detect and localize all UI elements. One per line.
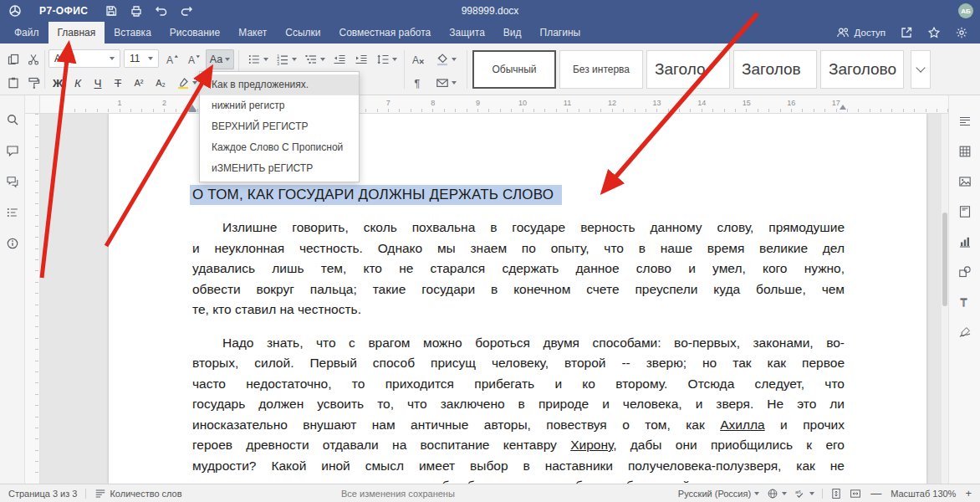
signature-settings-button[interactable]: [954, 321, 976, 343]
tab-insert[interactable]: Вставка: [105, 22, 161, 44]
vertical-scrollbar[interactable]: [942, 114, 948, 484]
clear-style-icon: А: [411, 53, 425, 66]
mail-merge-button[interactable]: [431, 73, 460, 93]
text-run: Излишне говорить, сколь похвальна в госу…: [222, 220, 845, 234]
case-item-capitalize[interactable]: Каждое Слово С Прописной: [200, 137, 359, 158]
tab-file[interactable]: Файл: [5, 22, 48, 44]
line-spacing-icon: [376, 53, 390, 66]
tab-links[interactable]: Ссылки: [276, 22, 329, 44]
change-case-button[interactable]: Аа: [206, 49, 234, 69]
cut-button[interactable]: [25, 49, 42, 69]
underline-button[interactable]: Ч: [89, 73, 107, 93]
tab-home[interactable]: Главная: [48, 22, 105, 44]
style-heading-3[interactable]: Заголово: [820, 50, 904, 89]
copy-button[interactable]: [5, 49, 22, 69]
case-item-upper[interactable]: ВЕРХНИЙ РЕГИСТР: [200, 116, 359, 137]
word-count-button[interactable]: Количество слов: [94, 488, 181, 499]
tab-collaboration[interactable]: Совместная работа: [329, 22, 440, 44]
access-users-icon: [836, 26, 850, 39]
language-selector[interactable]: Русский (Россия): [678, 489, 759, 499]
case-item-sentence[interactable]: Как в предложениях.: [200, 74, 359, 95]
style-heading-2[interactable]: Заголов: [733, 50, 817, 89]
zoom-out-button[interactable]: —: [869, 487, 883, 499]
about-button[interactable]: [2, 233, 23, 254]
left-indent-box-marker[interactable]: [189, 110, 197, 112]
tab-plugins[interactable]: Плагины: [531, 22, 590, 44]
vertical-ruler[interactable]: [25, 114, 40, 484]
word-count-label: Количество слов: [110, 489, 181, 499]
font-name-combo[interactable]: Arial: [48, 49, 120, 68]
superscript-button[interactable]: А²: [129, 73, 149, 93]
increase-indent-button[interactable]: [351, 49, 371, 69]
case-item-lower[interactable]: нижний регистр: [200, 95, 359, 116]
horizontal-ruler[interactable]: 1234567891011121314151617: [40, 95, 948, 114]
page-indicator[interactable]: Страница 3 из 3: [8, 489, 77, 499]
multilevel-list-button[interactable]: [301, 49, 328, 69]
italic-button[interactable]: К: [69, 73, 87, 93]
bullets-icon: [248, 53, 261, 66]
shape-settings-button[interactable]: [954, 261, 976, 283]
feedback-button[interactable]: [2, 171, 23, 192]
undo-icon[interactable]: [155, 4, 168, 18]
search-button[interactable]: [2, 109, 23, 131]
highlight-color-button[interactable]: [172, 73, 201, 93]
document-canvas[interactable]: О ТОМ, КАК ГОСУДАРИ ДОЛЖНЫ ДЕРЖАТЬ СЛОВО…: [40, 114, 942, 484]
decrease-indent-button[interactable]: [329, 49, 350, 69]
nonprinting-chars-button[interactable]: ¶: [408, 73, 428, 93]
style-no-spacing[interactable]: Без интерва: [559, 50, 643, 89]
text-run: государь должен усвоить то, что заключен…: [192, 397, 845, 411]
table-settings-button[interactable]: [954, 141, 976, 162]
textart-settings-button[interactable]: Т: [954, 291, 976, 313]
avatar[interactable]: АБ: [958, 3, 973, 18]
document-heading[interactable]: О ТОМ, КАК ГОСУДАРИ ДОЛЖНЫ ДЕРЖАТЬ СЛОВО: [190, 185, 562, 205]
doc-line: иносказательно внушают нам античные авто…: [192, 415, 845, 436]
bullets-button[interactable]: [244, 49, 271, 69]
navigation-button[interactable]: [2, 202, 23, 223]
increase-font-button[interactable]: А: [162, 49, 182, 69]
strikethrough-button[interactable]: Т: [109, 73, 127, 93]
left-indent-marker[interactable]: [189, 105, 196, 110]
ruler-number: 1: [117, 99, 121, 107]
bold-button[interactable]: Ж: [48, 73, 67, 93]
fit-width-icon[interactable]: [850, 488, 861, 499]
hyperlink[interactable]: Ахилла: [720, 417, 764, 432]
subscript-button[interactable]: А₂: [151, 73, 171, 93]
favorites-star-icon[interactable]: [927, 26, 941, 39]
comments-button[interactable]: [2, 140, 23, 161]
increase-indent-icon: [355, 53, 368, 66]
redo-icon[interactable]: [180, 4, 193, 18]
style-gallery-expand-button[interactable]: [911, 50, 931, 89]
shading-button[interactable]: [431, 49, 460, 69]
font-size-combo[interactable]: 11: [124, 49, 159, 68]
tab-protection[interactable]: Защита: [440, 22, 494, 44]
case-item-toggle[interactable]: иЗМЕНИТЬ рЕГИСТР: [200, 158, 359, 179]
format-painter-button[interactable]: [25, 73, 42, 93]
ruler-number: 17: [832, 99, 840, 107]
paragraph-settings-button[interactable]: [954, 110, 976, 132]
line-spacing-button[interactable]: [373, 49, 400, 69]
right-indent-marker[interactable]: [840, 105, 846, 110]
tab-draw[interactable]: Рисование: [161, 22, 229, 44]
set-document-language-button[interactable]: [767, 488, 787, 499]
tab-view[interactable]: Вид: [494, 22, 531, 44]
header-footer-settings-button[interactable]: [954, 201, 976, 223]
zoom-in-button[interactable]: +: [963, 487, 973, 499]
settings-gear-icon[interactable]: [955, 26, 968, 39]
save-icon[interactable]: [105, 4, 118, 18]
hyperlink[interactable]: Хирону: [570, 438, 613, 452]
print-icon[interactable]: [130, 4, 143, 18]
chart-settings-button[interactable]: [954, 231, 976, 253]
decrease-font-button[interactable]: А: [184, 49, 204, 69]
image-settings-button[interactable]: [954, 171, 976, 192]
style-heading-1[interactable]: Заголо: [646, 50, 730, 89]
tab-layout[interactable]: Макет: [229, 22, 276, 44]
paste-button[interactable]: [5, 73, 22, 93]
fit-page-icon[interactable]: [830, 488, 842, 499]
open-file-location-icon[interactable]: [900, 26, 913, 39]
numbering-button[interactable]: 123: [273, 49, 299, 69]
access-button[interactable]: Доступ: [836, 26, 886, 39]
style-normal[interactable]: Обычный: [472, 50, 556, 89]
scrollbar-thumb[interactable]: [942, 213, 947, 306]
spellcheck-button[interactable]: аб: [794, 488, 814, 499]
clear-style-button[interactable]: А: [408, 49, 428, 69]
